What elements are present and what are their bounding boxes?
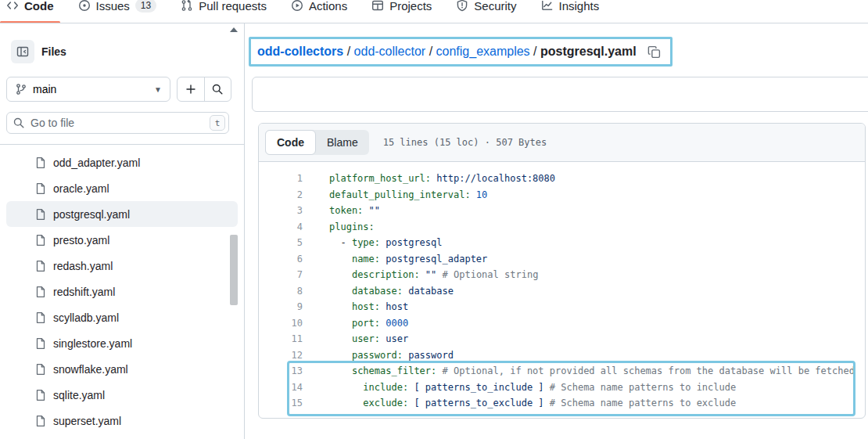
file-tree-item-superset-yaml[interactable]: superset.yaml: [6, 408, 238, 434]
files-header: Files: [0, 23, 244, 63]
line-number[interactable]: 1: [259, 171, 303, 187]
file-icon: [34, 157, 47, 169]
line-content: description: "" # Optional string: [303, 267, 538, 283]
line-number[interactable]: 13: [259, 363, 303, 380]
code-line-10: 10 port: 0000: [259, 315, 865, 332]
table-icon: [371, 0, 384, 12]
file-icon: [34, 415, 47, 427]
breadcrumb: odd-collectors / odd-collector / config_…: [257, 45, 637, 59]
file-icon: [34, 234, 47, 246]
files-sidebar: Files main ▼ t: [0, 23, 245, 439]
line-number[interactable]: 4: [259, 219, 303, 236]
line-number[interactable]: 8: [259, 283, 303, 300]
file-tree-item-postgresql-yaml[interactable]: postgresql.yaml: [6, 201, 238, 227]
code-line-11: 11 user: user: [259, 331, 865, 347]
sidebar-controls: main ▼: [6, 77, 231, 102]
file-name: presto.yaml: [53, 234, 109, 246]
add-file-button[interactable]: [178, 77, 204, 101]
line-content: host: host: [303, 299, 408, 315]
nav-tab-security[interactable]: Security: [450, 0, 522, 23]
latest-commit-bar: [252, 77, 868, 112]
file-name: singlestore.yaml: [53, 337, 132, 350]
file-tree: odd_adapter.yamloracle.yamlpostgresql.ya…: [0, 145, 244, 420]
file-icon: [34, 260, 47, 272]
line-number[interactable]: 6: [259, 251, 303, 268]
code-line-14: 14 include: [ patterns_to_include ] # Sc…: [259, 380, 865, 396]
code-blame-tabs: Code Blame: [265, 130, 369, 155]
file-tree-item-snowflake-yaml[interactable]: snowflake.yaml: [6, 356, 238, 382]
play-icon: [291, 0, 303, 12]
file-name: oracle.yaml: [53, 182, 109, 195]
code-line-8: 8 database: database: [259, 283, 865, 300]
search-files-button[interactable]: [204, 77, 231, 101]
scrollbar-up-arrow-icon[interactable]: [230, 27, 238, 32]
line-content: include: [ patterns_to_include ] # Schem…: [303, 380, 736, 396]
nav-tab-pull-requests[interactable]: Pull requests: [174, 0, 273, 23]
line-content: port: 0000: [303, 315, 408, 332]
breadcrumb-link-odd-collector[interactable]: odd-collector: [354, 45, 426, 58]
file-icon: [34, 182, 47, 195]
files-panel-title: Files: [41, 45, 66, 58]
nav-tab-actions[interactable]: Actions: [285, 0, 353, 23]
breadcrumb-separator: /: [530, 45, 540, 58]
file-tree-item-presto-yaml[interactable]: presto.yaml: [6, 227, 238, 253]
nav-tab-insights[interactable]: Insights: [535, 0, 606, 23]
issues-count-badge: 13: [135, 0, 156, 13]
file-tree-item-redash-yaml[interactable]: redash.yaml: [6, 253, 238, 279]
breadcrumb-separator: /: [425, 45, 436, 58]
file-tree-item-odd-adapter-yaml[interactable]: odd_adapter.yaml: [6, 149, 238, 175]
file-name: redash.yaml: [53, 260, 113, 272]
nav-tab-issues[interactable]: Issues13: [72, 0, 163, 23]
file-tree-item-scylladb-yaml[interactable]: scylladb.yaml: [6, 304, 238, 330]
go-to-file-input[interactable]: [6, 112, 229, 134]
line-content: exclude: [ patterns_to_exclude ] # Schem…: [303, 395, 736, 412]
nav-tab-label: Projects: [389, 0, 432, 13]
line-number[interactable]: 11: [259, 331, 303, 347]
line-number[interactable]: 3: [259, 203, 303, 219]
line-number[interactable]: 15: [259, 395, 303, 412]
line-content: token: "": [303, 203, 380, 219]
code-line-3: 3token: "": [259, 203, 865, 219]
breadcrumb-link-config-examples[interactable]: config_examples: [436, 45, 530, 58]
file-tree-item-singlestore-yaml[interactable]: singlestore.yaml: [6, 330, 238, 356]
tab-blame[interactable]: Blame: [316, 130, 369, 155]
scrollbar-thumb[interactable]: [230, 235, 238, 305]
file-icon: [34, 286, 47, 298]
issue-opened-icon: [78, 0, 91, 12]
go-to-file-row: t: [6, 112, 229, 134]
line-number[interactable]: 7: [259, 267, 303, 283]
code-line-4: 4plugins:: [259, 219, 865, 236]
line-number[interactable]: 9: [259, 299, 303, 315]
line-content: user: user: [303, 331, 408, 347]
sidebar-panel-icon: [16, 45, 29, 58]
line-number[interactable]: 5: [259, 235, 303, 251]
line-number[interactable]: 10: [259, 315, 303, 332]
code-line-1: 1platform_host_url: http://localhost:808…: [259, 171, 865, 187]
file-tree-scrollbar[interactable]: [229, 25, 239, 299]
file-tree-item-sqlite-yaml[interactable]: sqlite.yaml: [6, 382, 238, 408]
nav-tab-code[interactable]: Code: [0, 0, 60, 23]
file-tree-item-redshift-yaml[interactable]: redshift.yaml: [6, 279, 238, 304]
line-number[interactable]: 12: [259, 347, 303, 364]
nav-tab-label: Security: [474, 0, 516, 13]
collapse-sidebar-button[interactable]: [11, 40, 34, 63]
code-line-7: 7 description: "" # Optional string: [259, 267, 865, 283]
line-number[interactable]: 2: [259, 187, 303, 203]
file-name: postgresql.yaml: [53, 208, 130, 221]
breadcrumb-link-odd-collectors[interactable]: odd-collectors: [257, 45, 343, 58]
file-icon: [34, 389, 47, 401]
search-icon: [13, 117, 25, 129]
branch-selector[interactable]: main ▼: [6, 77, 170, 102]
line-content: database: database: [303, 283, 454, 300]
file-tree-item-tableau-yaml[interactable]: tableau.yaml: [6, 434, 238, 439]
file-name: scylladb.yaml: [53, 311, 119, 324]
nav-tab-label: Issues: [96, 0, 130, 13]
file-icon: [34, 337, 47, 350]
code-line-13: 13 schemas_filter: # Optional, if not pr…: [259, 363, 865, 380]
copy-path-button[interactable]: [647, 45, 661, 59]
breadcrumb-annotation-box: odd-collectors / odd-collector / config_…: [249, 37, 673, 67]
line-number[interactable]: 14: [259, 380, 303, 396]
tab-code[interactable]: Code: [265, 130, 316, 155]
file-tree-item-oracle-yaml[interactable]: oracle.yaml: [6, 175, 238, 201]
nav-tab-projects[interactable]: Projects: [365, 0, 438, 23]
